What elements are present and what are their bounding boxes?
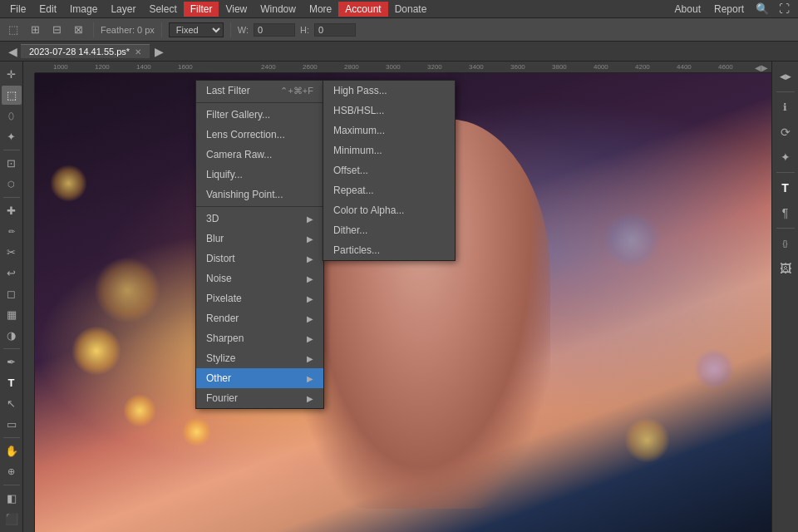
rpanel-css[interactable]: {} [774, 232, 797, 255]
rpanel-sep3 [776, 228, 795, 229]
filter-blur[interactable]: Blur ▶ [196, 229, 323, 249]
other-maximum[interactable]: Maximum... [323, 121, 455, 140]
add-selection-icon[interactable]: ⊞ [27, 22, 43, 38]
filter-render[interactable]: Render ▶ [196, 308, 323, 328]
other-dither[interactable]: Dither... [323, 220, 455, 240]
tool-history-brush[interactable]: ↩ [2, 264, 22, 283]
rpanel-arrows[interactable]: ◀▶ [774, 65, 797, 88]
toolbar-sep4 [3, 437, 20, 438]
bokeh-7 [50, 165, 87, 202]
ruler-tick-3200: 3200 [427, 63, 442, 71]
filter-gallery[interactable]: Filter Gallery... [196, 105, 323, 125]
style-select[interactable]: FixedNormalRatio [169, 22, 224, 37]
filter-last-filter[interactable]: Last Filter ⌃+⌘+F [196, 81, 323, 101]
menu-select[interactable]: Select [142, 2, 183, 17]
other-minimum[interactable]: Minimum... [323, 140, 455, 160]
other-particles[interactable]: Particles... [323, 240, 455, 260]
left-toolbar: ✛ ⬚ ⬯ ✦ ⊡ ⬡ ✚ ✏ ✂ ↩ ◻ ▦ ◑ ✒ T ↖ ▭ ✋ ⊕ ◧ … [0, 62, 23, 532]
ruler-scroll-arrows[interactable]: ◀▶ [755, 62, 768, 73]
filter-sharpen-arrow: ▶ [307, 334, 313, 343]
canvas-area: ◀▶ 1000 1200 1400 1600 2400 2600 2800 30… [23, 62, 771, 532]
menu-report[interactable]: Report [707, 2, 751, 17]
filter-pixelate-arrow: ▶ [307, 294, 313, 303]
filter-vanishing-point[interactable]: Vanishing Point... [196, 185, 323, 204]
filter-distort[interactable]: Distort ▶ [196, 249, 323, 268]
tool-crop[interactable]: ⊡ [2, 154, 22, 173]
resize-icon[interactable]: ⛶ [774, 1, 795, 17]
ruler-tick-4400: 4400 [677, 63, 692, 71]
filter-fourier[interactable]: Fourier ▶ [196, 388, 323, 408]
tool-path-select[interactable]: ↖ [2, 394, 22, 413]
rpanel-paragraph[interactable]: ¶ [774, 201, 797, 224]
menu-donate[interactable]: Donate [388, 2, 434, 17]
rpanel-history[interactable]: ⟳ [774, 121, 797, 144]
h-input[interactable] [314, 23, 356, 37]
rpanel-text[interactable]: T [774, 176, 797, 200]
menu-layer[interactable]: Layer [104, 2, 142, 17]
bokeh-3 [94, 257, 160, 323]
ruler-tick-2600: 2600 [303, 63, 318, 71]
tool-clone[interactable]: ✂ [2, 243, 22, 262]
filter-stylize[interactable]: Stylize ▶ [196, 348, 323, 368]
w-input[interactable] [254, 23, 295, 37]
filter-3d[interactable]: 3D ▶ [196, 209, 323, 229]
subtract-selection-icon[interactable]: ⊟ [48, 22, 65, 38]
tab-left-arrow[interactable]: ◀ [5, 45, 21, 58]
ruler-tick-1000: 1000 [53, 63, 68, 71]
tool-brush[interactable]: ✏ [2, 222, 22, 241]
menu-window[interactable]: Window [254, 2, 303, 17]
menu-filter[interactable]: Filter [184, 2, 219, 17]
other-repeat[interactable]: Repeat... [323, 180, 455, 200]
filter-3d-arrow: ▶ [307, 214, 313, 224]
main-layout: ✛ ⬚ ⬯ ✦ ⊡ ⬡ ✚ ✏ ✂ ↩ ◻ ▦ ◑ ✒ T ↖ ▭ ✋ ⊕ ◧ … [0, 62, 798, 532]
other-color-to-alpha[interactable]: Color to Alpha... [323, 200, 455, 220]
ruler-tick-4600: 4600 [718, 63, 733, 71]
tool-foreground-bg[interactable]: ◧ [2, 489, 22, 508]
other-offset[interactable]: Offset... [323, 160, 455, 180]
rpanel-info[interactable]: ℹ [774, 96, 797, 119]
rpanel-image-thumb[interactable]: 🖼 [774, 257, 797, 280]
menubar: File Edit Image Layer Select Filter View… [0, 0, 798, 18]
other-hsb-hsl[interactable]: HSB/HSL... [323, 101, 455, 121]
tool-lasso[interactable]: ⬯ [2, 106, 22, 126]
tool-healing[interactable]: ✚ [2, 201, 22, 220]
menu-about[interactable]: About [668, 2, 707, 17]
tool-gradient[interactable]: ▦ [2, 305, 22, 324]
tool-zoom[interactable]: ⊕ [2, 462, 22, 481]
tab-close-button[interactable]: ✕ [135, 47, 141, 57]
filter-sharpen[interactable]: Sharpen ▶ [196, 328, 323, 348]
tool-eraser[interactable]: ◻ [2, 284, 22, 303]
menu-account[interactable]: Account [338, 2, 387, 17]
other-high-pass[interactable]: High Pass... [323, 81, 455, 101]
filter-other[interactable]: Other ▶ [196, 368, 323, 388]
tool-mode-switch[interactable]: ⬛ [2, 510, 22, 529]
menu-view[interactable]: View [219, 2, 254, 17]
tool-hand[interactable]: ✋ [2, 441, 22, 461]
filter-lens-correction[interactable]: Lens Correction... [196, 125, 323, 145]
menu-edit[interactable]: Edit [32, 2, 63, 17]
tool-magic-wand[interactable]: ✦ [2, 127, 22, 146]
new-selection-icon[interactable]: ⬚ [5, 22, 22, 38]
filter-pixelate[interactable]: Pixelate ▶ [196, 288, 323, 308]
menu-image[interactable]: Image [63, 2, 104, 17]
tab-right-arrow[interactable]: ▶ [151, 45, 167, 58]
tool-dodge[interactable]: ◑ [2, 326, 22, 345]
tool-shape[interactable]: ▭ [2, 415, 22, 434]
filter-dropdown: Last Filter ⌃+⌘+F Filter Gallery... Lens… [195, 80, 324, 409]
menu-more[interactable]: More [303, 2, 338, 17]
tool-type[interactable]: T [2, 373, 22, 392]
bokeh-6 [693, 348, 735, 390]
tool-selection-rect[interactable]: ⬚ [2, 86, 22, 105]
intersect-selection-icon[interactable]: ⊠ [70, 22, 86, 38]
filter-liquify[interactable]: Liquify... [196, 165, 323, 185]
tool-pen[interactable]: ✒ [2, 352, 22, 372]
filter-camera-raw[interactable]: Camera Raw... [196, 145, 323, 165]
menu-file[interactable]: File [3, 2, 32, 17]
ruler-tick-1200: 1200 [95, 63, 110, 71]
tool-move[interactable]: ✛ [2, 65, 22, 84]
rpanel-brushes[interactable]: ✦ [774, 145, 797, 169]
active-tab[interactable]: 2023-07-28 14.41.55.ps* ✕ [21, 44, 150, 58]
tool-eyedropper[interactable]: ⬡ [2, 175, 22, 194]
filter-noise[interactable]: Noise ▶ [196, 268, 323, 288]
search-icon[interactable]: 🔍 [751, 1, 774, 17]
